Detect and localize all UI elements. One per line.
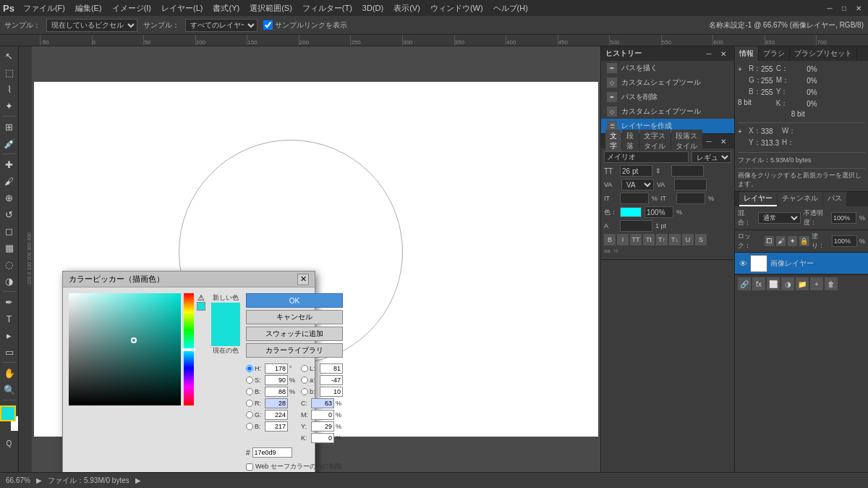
opacity-field[interactable] (831, 212, 856, 224)
lock-position-btn[interactable]: ✦ (788, 236, 797, 246)
heal-tool[interactable]: ✚ (1, 156, 17, 172)
menu-3d[interactable]: 3D(D) (358, 2, 388, 14)
b3-radio[interactable] (301, 388, 308, 395)
mask-button[interactable]: ⬜ (767, 277, 780, 290)
char-tab[interactable]: 文字 (605, 130, 621, 153)
tracking-input[interactable] (674, 179, 707, 190)
blur-tool[interactable]: ◌ (1, 256, 17, 272)
para-tab[interactable]: 段落 (622, 130, 638, 153)
menu-filter[interactable]: フィルター(T) (298, 1, 357, 15)
underline-btn[interactable]: U (682, 234, 694, 245)
super-btn[interactable]: T↑ (656, 234, 668, 245)
quick-mask-tool[interactable]: Q (1, 435, 17, 451)
fx-button[interactable]: fx (752, 277, 765, 290)
char-style-tab[interactable]: 文字スタイル (639, 130, 671, 153)
text-tool[interactable]: T (1, 311, 17, 327)
opacity-input[interactable] (644, 206, 673, 218)
menu-file[interactable]: ファイル(F) (19, 1, 69, 15)
brush-preset-tab[interactable]: ブラシプリセット (790, 46, 857, 61)
caps-btn[interactable]: TT (630, 234, 642, 245)
font-family-input[interactable] (604, 151, 689, 163)
menu-format[interactable]: 書式(Y) (208, 1, 244, 15)
h-input[interactable] (265, 363, 288, 374)
b2-radio[interactable] (246, 423, 253, 430)
char-close-btn[interactable]: ✕ (717, 135, 730, 148)
v-scale-input[interactable] (620, 193, 649, 204)
status-nav-arrow[interactable]: ▶ (36, 476, 42, 484)
s-input[interactable] (265, 375, 288, 385)
sub-btn[interactable]: T↓ (669, 234, 681, 245)
y-input[interactable] (311, 421, 334, 432)
eyedropper-tool[interactable]: 💉 (1, 135, 17, 151)
adj-button[interactable]: ◑ (781, 277, 794, 290)
small-caps-btn[interactable]: Tt (643, 234, 655, 245)
r-input[interactable] (265, 398, 288, 408)
lasso-tool[interactable]: ⌇ (1, 81, 17, 97)
strikethrough-btn[interactable]: S (695, 234, 707, 245)
delete-layer-button[interactable]: 🗑 (825, 277, 838, 290)
baseline-input[interactable] (620, 220, 652, 232)
menu-help[interactable]: ヘルプ(H) (489, 1, 532, 15)
crop-tool[interactable]: ⊞ (1, 119, 17, 135)
para-style-tab[interactable]: 段落スタイル (671, 130, 702, 153)
leading-input[interactable] (671, 165, 704, 177)
old-color-swatch[interactable] (211, 324, 240, 346)
blend-mode-select[interactable]: 通常 (758, 212, 801, 224)
channels-tab[interactable]: チャンネル (778, 192, 822, 206)
layer-visibility-icon[interactable]: 👁 (739, 259, 747, 268)
color-library-button[interactable]: カラーライブラリ (246, 343, 343, 358)
brush-tab[interactable]: ブラシ (759, 46, 790, 61)
g-input[interactable] (265, 410, 288, 420)
text-color-swatch[interactable] (620, 207, 642, 217)
status-arrow-right[interactable]: ▶ (135, 476, 141, 484)
m-input[interactable] (311, 410, 334, 420)
va-select[interactable]: VA (621, 179, 654, 190)
shape-tool[interactable]: ▭ (1, 344, 17, 360)
menu-image[interactable]: イメージ(I) (108, 1, 156, 15)
c-input[interactable] (311, 398, 334, 408)
k-input[interactable] (311, 433, 334, 443)
b-radio[interactable] (246, 388, 253, 395)
history-close-btn[interactable]: ✕ (717, 47, 730, 60)
brush-tool[interactable]: 🖌 (1, 173, 17, 189)
path-select-tool[interactable]: ▸ (1, 327, 17, 343)
hand-tool[interactable]: ✋ (1, 365, 17, 381)
a-input[interactable] (320, 375, 343, 385)
group-button[interactable]: 📁 (796, 277, 809, 290)
history-minimize-btn[interactable]: ─ (702, 47, 715, 60)
eraser-tool[interactable]: ◻ (1, 223, 17, 239)
lock-transparent-btn[interactable]: ⧠ (765, 236, 774, 246)
alert-triangle-icon[interactable]: ⚠ (197, 293, 205, 302)
foreground-color-swatch[interactable] (0, 405, 16, 421)
add-swatch-button[interactable]: スウォッチに追加 (246, 327, 343, 341)
ok-button[interactable]: OK (246, 293, 343, 308)
alert-color-swatch[interactable] (197, 302, 205, 311)
r-radio[interactable] (246, 400, 253, 407)
h-radio[interactable] (246, 365, 253, 372)
hex-input[interactable] (252, 447, 292, 458)
history-item-delete[interactable]: ✒ パスを削除 (601, 90, 734, 104)
sample-link-checkbox[interactable] (263, 20, 273, 30)
h-scale-input[interactable] (676, 193, 705, 204)
new-layer-button[interactable]: + (810, 277, 823, 290)
menu-view[interactable]: 表示(V) (389, 1, 425, 15)
history-item-pen[interactable]: ✒ パスを描く (601, 61, 734, 75)
bold-btn[interactable]: B (604, 234, 616, 245)
web-safe-checkbox[interactable] (246, 463, 253, 471)
b2-input[interactable] (265, 421, 288, 432)
info-tab[interactable]: 情報 (735, 46, 759, 61)
font-size-input[interactable] (620, 165, 652, 177)
history-item-shape2[interactable]: ◇ カスタムシェイプツール (601, 104, 734, 119)
b-input[interactable] (265, 387, 288, 397)
link-button[interactable]: 🔗 (738, 277, 751, 290)
a-radio[interactable] (301, 376, 308, 384)
color-gradient[interactable] (69, 293, 181, 405)
paths-tab[interactable]: パス (823, 192, 846, 206)
menu-select[interactable]: 選択範囲(S) (245, 1, 297, 15)
gradient-tool[interactable]: ▦ (1, 240, 17, 256)
close-button[interactable]: ✕ (852, 1, 865, 14)
fill-input[interactable] (832, 235, 857, 247)
move-tool[interactable]: ↖ (1, 48, 17, 64)
pen-tool[interactable]: ✒ (1, 294, 17, 310)
menu-layer[interactable]: レイヤー(L) (157, 1, 207, 15)
